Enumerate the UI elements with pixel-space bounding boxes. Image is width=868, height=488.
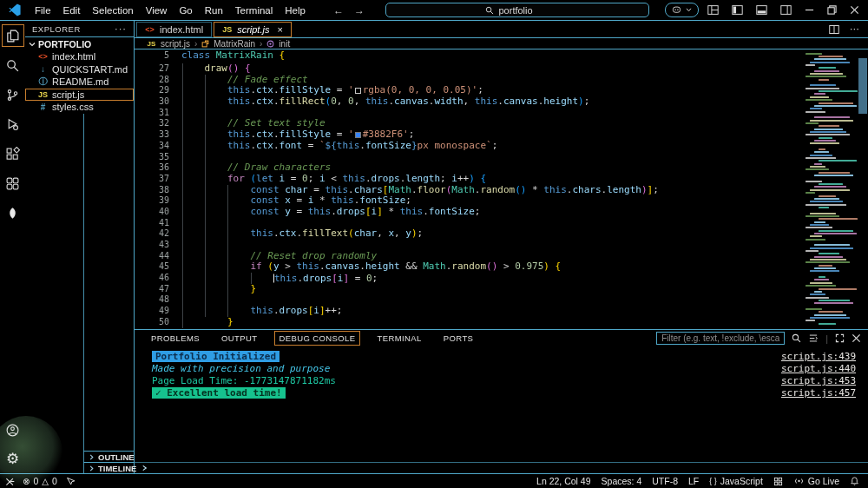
command-center-search[interactable] bbox=[385, 3, 649, 17]
console-source-link[interactable]: script.js:440 bbox=[781, 363, 868, 374]
window-controls bbox=[707, 4, 859, 16]
console-source-link[interactable]: script.js:453 bbox=[781, 375, 868, 386]
search-icon[interactable] bbox=[3, 56, 23, 75]
menu-item-run[interactable]: Run bbox=[205, 5, 223, 16]
run-debug-icon[interactable] bbox=[3, 115, 23, 134]
close-panel-icon[interactable] bbox=[852, 333, 861, 343]
tab-ports[interactable]: PORTS bbox=[439, 331, 478, 346]
menu-item-selection[interactable]: Selection bbox=[92, 5, 133, 16]
more-actions-icon[interactable]: ··· bbox=[115, 23, 127, 34]
folder-label: PORTFOLIO bbox=[38, 39, 91, 49]
sidebar: EXPLORER ··· PORTFOLIO <> index.html ↓ Q… bbox=[25, 21, 135, 473]
sidebar-item-readme-md[interactable]: ⓘ README.md bbox=[25, 76, 134, 89]
outline-section-header[interactable]: OUTLINE bbox=[83, 451, 134, 462]
menu-item-help[interactable]: Help bbox=[285, 5, 306, 16]
menu-item-edit[interactable]: Edit bbox=[63, 5, 81, 16]
console-source-link[interactable]: script.js:457 bbox=[781, 387, 868, 399]
leaf-icon[interactable] bbox=[3, 203, 23, 222]
timeline-section-header[interactable]: TIMELINE bbox=[83, 462, 134, 473]
tab-index-html[interactable]: <> index.html bbox=[136, 22, 212, 37]
activity-bar-bottom: ⚙ bbox=[3, 420, 23, 473]
search-icon bbox=[485, 6, 494, 15]
menu-item-go[interactable]: Go bbox=[179, 5, 192, 16]
breadcrumb-item-method[interactable]: init bbox=[279, 39, 290, 49]
sidebar-section-divider bbox=[83, 114, 84, 473]
search-input[interactable] bbox=[498, 5, 549, 16]
copilot-button[interactable] bbox=[665, 3, 699, 17]
symbol-method-icon bbox=[266, 40, 274, 48]
encoding[interactable]: UTF-8 bbox=[652, 476, 678, 486]
breadcrumb-item-file[interactable]: script.js bbox=[161, 39, 190, 49]
indentation[interactable]: Spaces: 4 bbox=[602, 476, 642, 486]
line-number: 33 bbox=[135, 129, 169, 141]
problems-status[interactable]: ⊗ 0 △ 0 bbox=[23, 476, 57, 486]
remote-icon[interactable] bbox=[5, 477, 15, 486]
code-pane[interactable]: 5class MatrixRain { 27 draw() {28 // Fad… bbox=[135, 49, 804, 329]
toggle-secondary-sidebar-icon[interactable] bbox=[780, 4, 792, 16]
bottom-panel: PROBLEMS OUTPUT DEBUG CONSOLE TERMINAL P… bbox=[135, 329, 868, 473]
debug-repl-input[interactable] bbox=[152, 464, 868, 473]
sidebar-item-script-js[interactable]: JS script.js bbox=[25, 89, 134, 102]
go-live-button[interactable]: Go Live bbox=[793, 476, 839, 486]
editor-scrollbar[interactable] bbox=[858, 49, 868, 329]
tab-debug-console[interactable]: DEBUG CONSOLE bbox=[274, 331, 359, 346]
eol-sequence[interactable]: LF bbox=[688, 476, 699, 486]
warning-icon: △ bbox=[42, 477, 49, 486]
sidebar-item-styles-css[interactable]: # styles.css bbox=[25, 101, 134, 114]
maximize-panel-icon[interactable] bbox=[835, 333, 845, 343]
more-actions-icon[interactable]: ⋯ bbox=[850, 23, 859, 35]
debug-repl[interactable] bbox=[135, 462, 868, 473]
split-editor-icon[interactable] bbox=[829, 24, 839, 35]
toggle-panel-icon[interactable] bbox=[756, 4, 767, 16]
back-arrow-icon[interactable]: ← bbox=[333, 4, 344, 16]
workbench: ⚙ EXPLORER ··· PORTFOLIO <> index.html ↓… bbox=[0, 21, 868, 473]
account-icon[interactable] bbox=[3, 420, 23, 439]
console-message: ✓ Excellent load time! bbox=[152, 387, 286, 399]
console-entry: ✓ Excellent load time!script.js:457 bbox=[152, 387, 868, 399]
folder-portfolio[interactable]: PORTFOLIO bbox=[25, 37, 134, 50]
line-number: 32 bbox=[135, 118, 169, 129]
menu-item-file[interactable]: File bbox=[35, 5, 51, 16]
code-line: 30 this.ctx.fillRect(0, 0, this.canvas.w… bbox=[135, 96, 804, 108]
source-control-icon[interactable] bbox=[3, 85, 23, 104]
toggle-sidebar-icon[interactable] bbox=[732, 4, 743, 16]
timeline-label: TIMELINE bbox=[98, 464, 136, 473]
cursor-position[interactable]: Ln 22, Col 49 bbox=[536, 476, 590, 486]
console-source-link[interactable]: script.js:439 bbox=[781, 351, 868, 362]
settings-gear-icon[interactable]: ⚙ bbox=[3, 449, 23, 468]
grid-icon[interactable] bbox=[773, 477, 783, 486]
extensions-icon[interactable] bbox=[3, 144, 23, 163]
pointer-icon[interactable] bbox=[65, 477, 76, 486]
menu-item-terminal[interactable]: Terminal bbox=[235, 5, 273, 16]
text-cursor bbox=[273, 274, 274, 283]
collapse-all-icon[interactable] bbox=[808, 333, 819, 343]
search-icon[interactable] bbox=[792, 333, 801, 343]
menu-item-view[interactable]: View bbox=[146, 5, 168, 16]
tab-output[interactable]: OUTPUT bbox=[217, 331, 261, 346]
windows-grid-icon[interactable] bbox=[3, 174, 23, 193]
line-number: 36 bbox=[135, 162, 169, 174]
sidebar-item-index-html[interactable]: <> index.html bbox=[25, 50, 134, 63]
bell-icon[interactable] bbox=[850, 476, 859, 486]
console-filter-input[interactable] bbox=[656, 332, 785, 345]
minimize-icon[interactable] bbox=[805, 5, 814, 15]
line-number: 47 bbox=[135, 284, 169, 295]
scrollbar-thumb[interactable] bbox=[858, 58, 867, 114]
tab-terminal[interactable]: TERMINAL bbox=[373, 331, 426, 346]
tab-problems[interactable]: PROBLEMS bbox=[147, 331, 204, 346]
breadcrumb-item-class[interactable]: MatrixRain bbox=[214, 39, 255, 49]
customize-layout-icon[interactable] bbox=[707, 4, 719, 16]
minimap[interactable] bbox=[804, 49, 858, 329]
forward-arrow-icon[interactable]: → bbox=[354, 4, 365, 16]
close-tab-icon[interactable]: × bbox=[277, 24, 282, 35]
language-label: JavaScript bbox=[720, 476, 763, 486]
explorer-icon[interactable] bbox=[3, 26, 23, 45]
sidebar-item-quickstart-md[interactable]: ↓ QUICKSTART.md bbox=[25, 63, 134, 76]
restore-icon[interactable] bbox=[827, 5, 837, 15]
close-icon[interactable] bbox=[850, 5, 859, 15]
language-mode[interactable]: { } JavaScript bbox=[709, 476, 763, 486]
css-file-icon: # bbox=[38, 102, 48, 112]
line-number: 28 bbox=[135, 75, 169, 86]
tab-script-js[interactable]: JS script.js × bbox=[214, 22, 292, 37]
console-message: Portfolio Initialized bbox=[152, 351, 279, 362]
